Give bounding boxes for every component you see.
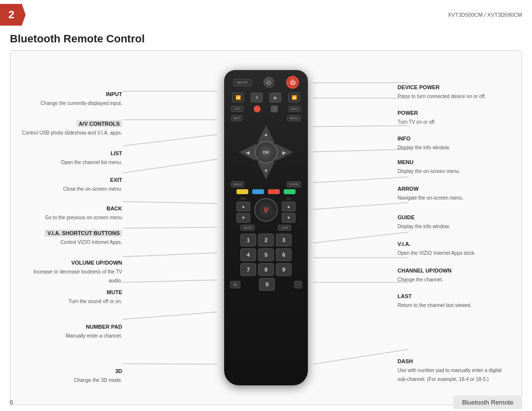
via-color-buttons	[229, 189, 303, 194]
left-labels: INPUT Change the currently-displayed inp…	[21, 66, 122, 401]
menu-button[interactable]: MENU	[287, 115, 301, 121]
svg-line-2	[123, 135, 217, 146]
last-button[interactable]: LAST	[278, 225, 291, 231]
svg-line-9	[123, 364, 217, 364]
svg-line-14	[313, 177, 408, 183]
right-labels: DEVICE POWER Press to turn connected dev…	[398, 66, 511, 401]
footer-page-number: 6	[10, 399, 13, 406]
record-button[interactable]	[254, 105, 261, 112]
dash-button[interactable]: −	[294, 281, 302, 288]
3d-button[interactable]: 3D	[230, 281, 240, 288]
exit-menu-row: EXIT MENU	[229, 115, 303, 121]
num-8-button[interactable]: 8	[258, 263, 274, 276]
num-4-button[interactable]: 4	[240, 248, 256, 261]
label-number-pad: NUMBER PAD Manually enter a channel.	[66, 322, 122, 340]
label-guide: GUIDE Display the info window.	[398, 212, 450, 230]
svg-line-12	[313, 126, 408, 127]
label-av-controls: A/V CONTROLS Control USB photo slideshow…	[22, 119, 122, 137]
num-7-button[interactable]: 7	[240, 263, 256, 276]
ch-up-button[interactable]: ▲	[282, 202, 296, 211]
info-button[interactable]: INFO	[288, 106, 301, 112]
av-controls-row: ⏪ ⏸ ▶ ⏩	[229, 93, 303, 103]
main-content-box: INPUT Change the currently-displayed inp…	[10, 50, 522, 405]
via-green-button[interactable]	[284, 189, 296, 194]
svg-line-16	[313, 232, 408, 243]
svg-line-4	[123, 202, 217, 204]
guide-button[interactable]: GUIDE	[287, 181, 301, 187]
footer-label: Bluetooth Remote	[453, 396, 522, 409]
num-0-button[interactable]: 0	[259, 278, 275, 291]
dpad-right-button[interactable]: ▶	[275, 143, 293, 161]
dpad-down-button[interactable]: ▼	[257, 162, 275, 179]
svg-line-3	[123, 159, 217, 173]
ok-button[interactable]: OK	[255, 141, 277, 164]
num-3-button[interactable]: 3	[276, 234, 292, 246]
label-via-shortcut: V.I.A. SHORTCUT BUTTONS Control VIZIO In…	[45, 228, 122, 246]
via-center-row: VOL ▲ ▼ V CH ▲ ▼	[229, 197, 303, 223]
via-button[interactable]: V	[254, 198, 278, 222]
page-number-badge: 2	[0, 4, 26, 26]
label-menu: MENU Display the on-screen menu.	[398, 157, 460, 175]
label-power: POWER Turn TV on or off.	[398, 108, 436, 126]
label-device-power: DEVICE POWER Press to turn connected dev…	[398, 82, 486, 100]
num-2-button[interactable]: 2	[258, 234, 274, 246]
num-5-button[interactable]: 5	[258, 248, 274, 261]
label-mute: MUTE Turn the sound off or on.	[68, 287, 122, 305]
dpad: ▲ ▼ ◀ ▶ OK	[239, 125, 293, 179]
vol-up-button[interactable]: ▲	[236, 202, 250, 211]
svg-line-19	[313, 349, 408, 364]
tv-power-button[interactable]	[286, 76, 299, 89]
remote-body: INPUT ⏪ ⏸ ▶ ⏩ LIST INFO EXIT	[224, 70, 308, 385]
channel-col: CH ▲ ▼	[282, 197, 296, 223]
remote-top-row: INPUT	[229, 76, 303, 89]
via-blue-button[interactable]	[252, 189, 264, 194]
back-button[interactable]: BACK	[231, 181, 244, 187]
svg-line-5	[123, 227, 217, 228]
model-number: XVT3D500CM / XVT3D580CM	[448, 12, 522, 18]
list-row: LIST INFO	[229, 105, 303, 112]
play-button[interactable]: ▶	[269, 93, 281, 103]
label-info: INFO Display the info window.	[398, 134, 450, 151]
numpad: 1 2 3 4 5 6 7 8 9	[240, 234, 292, 276]
page-footer: 6 Bluetooth Remote	[0, 394, 532, 411]
label-exit: EXIT Close the on-screen menu.	[63, 175, 122, 193]
rewind-button[interactable]: ⏪	[232, 93, 244, 103]
num-6-button[interactable]: 6	[276, 248, 292, 261]
dpad-up-button[interactable]: ▲	[257, 125, 275, 143]
num-9-button[interactable]: 9	[276, 263, 292, 276]
label-channel: CHANNEL UP/DOWN Change the channel.	[398, 266, 452, 283]
back-guide-row: BACK GUIDE	[229, 181, 303, 187]
input-button[interactable]: INPUT	[233, 79, 252, 86]
stop-button[interactable]	[271, 105, 278, 112]
remote-control: INPUT ⏪ ⏸ ▶ ⏩ LIST INFO EXIT	[224, 70, 308, 385]
label-via: V.I.A. Open the VIZIO Internet Apps dock…	[398, 239, 475, 257]
label-3d: 3D Change the 3D mode.	[74, 366, 122, 384]
ch-down-button[interactable]: ▼	[282, 213, 296, 223]
label-last: LAST Return to the channel last viewed.	[398, 291, 472, 309]
mute-last-row: MUTE LAST	[229, 225, 303, 231]
page-number: 2	[8, 8, 17, 21]
svg-line-7	[123, 280, 217, 282]
label-arrow: ARROW Navigate the on-screen menu.	[398, 184, 464, 202]
dpad-left-button[interactable]: ◀	[239, 143, 257, 161]
label-input: INPUT Change the currently-displayed inp…	[40, 89, 122, 107]
label-back: BACK Go to the previous on-screen menu	[45, 204, 122, 221]
page-header: 2 XVT3D500CM / XVT3D580CM	[0, 0, 532, 28]
device-power-button[interactable]	[264, 77, 274, 88]
label-dash: DASH Use with number pad to manually ent…	[398, 356, 511, 383]
exit-button[interactable]: EXIT	[231, 115, 242, 121]
pause-button[interactable]: ⏸	[251, 93, 263, 103]
num-1-button[interactable]: 1	[240, 234, 256, 246]
list-button[interactable]: LIST	[231, 106, 243, 112]
volume-col: VOL ▲ ▼	[236, 197, 250, 223]
via-red-button[interactable]	[268, 189, 280, 194]
svg-line-15	[313, 203, 408, 209]
bottom-row: 3D 0 −	[229, 278, 303, 291]
vol-down-button[interactable]: ▼	[236, 213, 250, 223]
fast-forward-button[interactable]: ⏩	[288, 93, 300, 103]
via-yellow-button[interactable]	[236, 189, 248, 194]
svg-line-6	[123, 253, 217, 257]
mute-button[interactable]: MUTE	[240, 225, 255, 231]
svg-line-8	[123, 312, 217, 319]
section-title: Bluetooth Remote Control	[0, 28, 532, 50]
